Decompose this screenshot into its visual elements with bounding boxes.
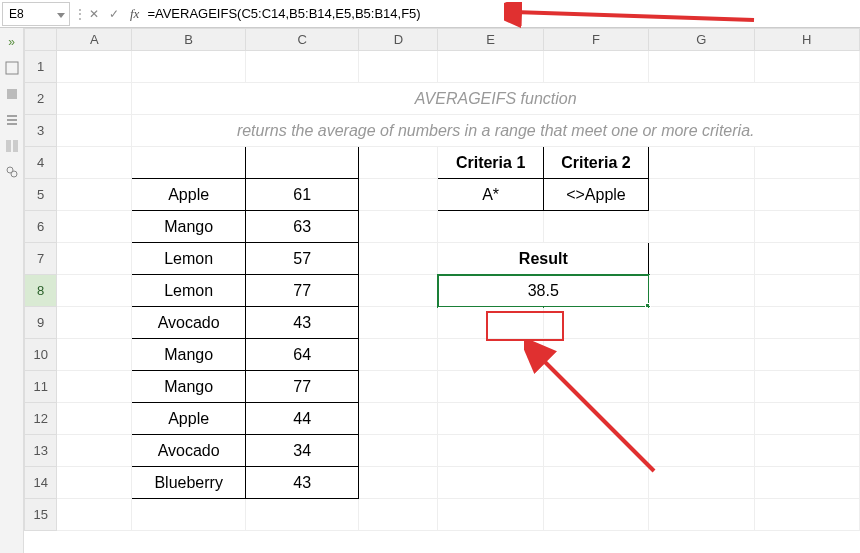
- tool-icon-1[interactable]: [4, 60, 20, 76]
- cell[interactable]: Avocado: [132, 307, 245, 339]
- col-H[interactable]: H: [754, 29, 859, 51]
- cell[interactable]: [57, 211, 132, 243]
- row-14[interactable]: 14: [25, 467, 57, 499]
- row-15[interactable]: 15: [25, 499, 57, 531]
- cell[interactable]: [754, 435, 859, 467]
- col-F[interactable]: F: [543, 29, 648, 51]
- cell[interactable]: [754, 499, 859, 531]
- cell[interactable]: [57, 435, 132, 467]
- cell[interactable]: [649, 467, 754, 499]
- cell[interactable]: [57, 339, 132, 371]
- col-G[interactable]: G: [649, 29, 754, 51]
- cell[interactable]: [754, 275, 859, 307]
- cell[interactable]: [649, 435, 754, 467]
- cell[interactable]: [543, 499, 648, 531]
- cell[interactable]: [754, 371, 859, 403]
- criteria2-value[interactable]: <>Apple: [543, 179, 648, 211]
- cell[interactable]: 57: [245, 243, 358, 275]
- cell[interactable]: [359, 371, 438, 403]
- cell[interactable]: [57, 83, 132, 115]
- cell[interactable]: [754, 403, 859, 435]
- col-D[interactable]: D: [359, 29, 438, 51]
- cell[interactable]: [359, 243, 438, 275]
- cell[interactable]: [543, 435, 648, 467]
- criteria1-value[interactable]: A*: [438, 179, 543, 211]
- cell[interactable]: [543, 211, 648, 243]
- row-11[interactable]: 11: [25, 371, 57, 403]
- cell[interactable]: Mango: [132, 211, 245, 243]
- cell[interactable]: [359, 467, 438, 499]
- cell[interactable]: [57, 243, 132, 275]
- cell[interactable]: [359, 499, 438, 531]
- cell[interactable]: Apple: [132, 403, 245, 435]
- cell[interactable]: [57, 147, 132, 179]
- row-9[interactable]: 9: [25, 307, 57, 339]
- cell[interactable]: 77: [245, 275, 358, 307]
- cell[interactable]: [543, 371, 648, 403]
- cell[interactable]: [438, 51, 543, 83]
- cell[interactable]: [649, 275, 754, 307]
- row-2[interactable]: 2: [25, 83, 57, 115]
- cell[interactable]: [754, 339, 859, 371]
- cell[interactable]: Avocado: [132, 435, 245, 467]
- row-5[interactable]: 5: [25, 179, 57, 211]
- cell[interactable]: 43: [245, 467, 358, 499]
- cell[interactable]: [57, 307, 132, 339]
- cell[interactable]: [359, 435, 438, 467]
- cell[interactable]: 77: [245, 371, 358, 403]
- tool-icon-4[interactable]: [4, 138, 20, 154]
- cell[interactable]: [649, 147, 754, 179]
- cell[interactable]: 64: [245, 339, 358, 371]
- cell[interactable]: [438, 467, 543, 499]
- row-3[interactable]: 3: [25, 115, 57, 147]
- cell[interactable]: [543, 403, 648, 435]
- cell[interactable]: [649, 307, 754, 339]
- cell[interactable]: [649, 499, 754, 531]
- spreadsheet-grid[interactable]: A B C D E F G H 1: [24, 28, 860, 553]
- cell[interactable]: 34: [245, 435, 358, 467]
- cell[interactable]: [754, 179, 859, 211]
- cell[interactable]: [57, 467, 132, 499]
- cell[interactable]: 63: [245, 211, 358, 243]
- cell[interactable]: [543, 51, 648, 83]
- cell[interactable]: [649, 51, 754, 83]
- sales-header[interactable]: Sales: [245, 147, 358, 179]
- cell[interactable]: [57, 403, 132, 435]
- cell[interactable]: [438, 307, 543, 339]
- col-C[interactable]: C: [245, 29, 358, 51]
- fx-icon[interactable]: fx: [130, 6, 139, 22]
- cell[interactable]: [649, 179, 754, 211]
- criteria2-header[interactable]: Criteria 2: [543, 147, 648, 179]
- cell[interactable]: [754, 51, 859, 83]
- cell[interactable]: [359, 275, 438, 307]
- col-B[interactable]: B: [132, 29, 245, 51]
- cell[interactable]: [543, 307, 648, 339]
- cell[interactable]: [754, 467, 859, 499]
- cell[interactable]: [57, 115, 132, 147]
- cell[interactable]: [754, 211, 859, 243]
- cell[interactable]: [754, 307, 859, 339]
- row-7[interactable]: 7: [25, 243, 57, 275]
- cell[interactable]: Lemon: [132, 243, 245, 275]
- col-A[interactable]: A: [57, 29, 132, 51]
- cell[interactable]: [649, 371, 754, 403]
- cell[interactable]: [359, 403, 438, 435]
- result-cell[interactable]: 38.5: [438, 275, 649, 307]
- cell[interactable]: [543, 339, 648, 371]
- cell[interactable]: [57, 179, 132, 211]
- cell[interactable]: [132, 51, 245, 83]
- enter-icon[interactable]: ✓: [104, 7, 124, 21]
- item-header[interactable]: Item: [132, 147, 245, 179]
- cell[interactable]: [438, 339, 543, 371]
- cell[interactable]: [754, 243, 859, 275]
- cell[interactable]: Apple: [132, 179, 245, 211]
- row-6[interactable]: 6: [25, 211, 57, 243]
- cell[interactable]: [359, 51, 438, 83]
- cell[interactable]: Lemon: [132, 275, 245, 307]
- row-10[interactable]: 10: [25, 339, 57, 371]
- cell[interactable]: [649, 243, 754, 275]
- cell[interactable]: Blueberry: [132, 467, 245, 499]
- cell[interactable]: Mango: [132, 371, 245, 403]
- cell[interactable]: [649, 339, 754, 371]
- cell[interactable]: [359, 211, 438, 243]
